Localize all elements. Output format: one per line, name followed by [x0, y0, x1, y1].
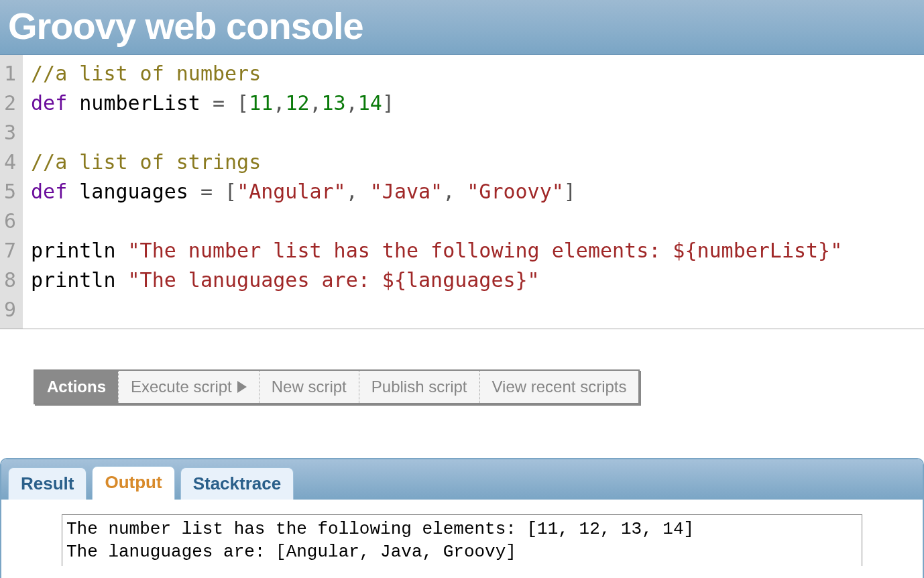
code-token: 11	[249, 91, 273, 115]
header: Groovy web console	[0, 0, 924, 55]
line-number: 5	[4, 177, 16, 207]
output-area: The number list has the following elemen…	[1, 500, 923, 578]
code-token: numberList	[67, 91, 213, 115]
code-editor[interactable]: 123456789 //a list of numbersdef numberL…	[0, 55, 924, 329]
actions-toolbar: Actions Execute scriptNew scriptPublish …	[34, 369, 640, 404]
code-token: languages	[67, 180, 200, 203]
action-label: Execute script	[131, 378, 232, 396]
code-token: def	[31, 180, 67, 203]
code-token: "Angular"	[237, 180, 346, 203]
code-token: = [	[200, 180, 237, 203]
action-execute-script[interactable]: Execute script	[118, 371, 259, 403]
code-token: println	[31, 239, 128, 262]
code-token: ,	[346, 180, 370, 203]
code-line[interactable]: //a list of numbers	[31, 59, 916, 89]
output-text: The number list has the following elemen…	[62, 514, 862, 566]
code-token	[31, 121, 43, 144]
line-number: 7	[4, 236, 16, 266]
action-label: Publish script	[371, 378, 467, 396]
code-token: def	[31, 91, 67, 115]
page-title: Groovy web console	[8, 4, 916, 48]
code-token: 12	[285, 91, 309, 115]
code-line[interactable]	[31, 295, 916, 325]
code-token: //a list of numbers	[31, 62, 261, 85]
code-line[interactable]: def numberList = [11,12,13,14]	[31, 89, 916, 118]
action-label: New script	[272, 378, 347, 396]
line-number: 1	[4, 59, 16, 89]
line-number: 2	[4, 89, 16, 118]
tab-stacktrace[interactable]: Stacktrace	[180, 467, 294, 500]
tab-output[interactable]: Output	[92, 466, 174, 500]
code-line[interactable]: println "The lanuguages are: ${languages…	[31, 266, 916, 295]
action-view-recent-scripts[interactable]: View recent scripts	[479, 371, 639, 403]
code-token: ,	[310, 91, 322, 115]
action-label: View recent scripts	[492, 378, 627, 396]
actions-label: Actions	[35, 371, 118, 403]
line-number: 9	[4, 295, 16, 325]
code-token: ]	[564, 180, 576, 203]
line-number-gutter: 123456789	[0, 55, 23, 329]
code-token	[31, 209, 43, 233]
code-line[interactable]	[31, 118, 916, 148]
code-area[interactable]: //a list of numbersdef numberList = [11,…	[23, 55, 924, 329]
result-tabs: ResultOutputStacktrace	[1, 459, 923, 500]
code-token: ,	[346, 91, 358, 115]
line-number: 8	[4, 266, 16, 295]
tab-result[interactable]: Result	[8, 467, 86, 500]
code-line[interactable]: //a list of strings	[31, 148, 916, 177]
code-token: "The lanuguages are: ${languages}"	[128, 268, 540, 292]
code-token: //a list of strings	[31, 150, 261, 174]
result-panel: ResultOutputStacktrace The number list h…	[0, 458, 924, 578]
code-token: "Java"	[370, 180, 443, 203]
code-line[interactable]: def languages = ["Angular", "Java", "Gro…	[31, 177, 916, 207]
code-token: ,	[273, 91, 285, 115]
code-token: println	[31, 268, 128, 292]
code-token	[31, 298, 43, 321]
code-token: "The number list has the following eleme…	[128, 239, 843, 262]
code-line[interactable]: println "The number list has the followi…	[31, 236, 916, 266]
code-token: 13	[322, 91, 346, 115]
code-token: ,	[443, 180, 467, 203]
code-token: 14	[358, 91, 382, 115]
code-token: "Groovy"	[467, 180, 564, 203]
line-number: 3	[4, 118, 16, 148]
code-line[interactable]	[31, 207, 916, 236]
code-token: = [	[213, 91, 249, 115]
code-token: ]	[382, 91, 394, 115]
play-icon	[237, 381, 247, 393]
action-publish-script[interactable]: Publish script	[359, 371, 479, 403]
line-number: 4	[4, 148, 16, 177]
action-new-script[interactable]: New script	[259, 371, 359, 403]
line-number: 6	[4, 207, 16, 236]
